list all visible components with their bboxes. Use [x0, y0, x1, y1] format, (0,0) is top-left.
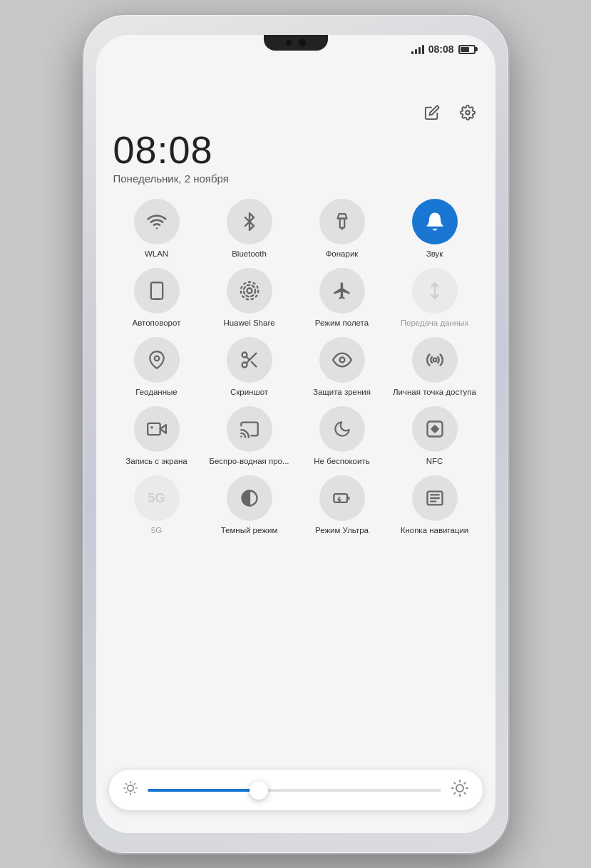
svg-rect-23 [334, 494, 347, 502]
video-icon [147, 419, 167, 439]
svg-point-5 [247, 289, 252, 294]
tile-screenshot[interactable]: Скриншот [206, 337, 293, 398]
dnd-label: Не беспокоить [314, 456, 369, 467]
ultra-mode-label: Режим Ультра [315, 525, 369, 536]
tile-huawei-share[interactable]: Huawei Share [206, 268, 293, 329]
bluetooth-label: Bluetooth [232, 249, 267, 259]
svg-point-28 [127, 785, 133, 791]
tile-wlan[interactable]: WLAN [113, 199, 200, 259]
bluetooth-icon [240, 212, 259, 231]
svg-rect-2 [339, 219, 344, 228]
geodata-label: Геоданные [135, 387, 177, 398]
svg-line-14 [246, 357, 250, 361]
wireless-proj-icon-bg [227, 406, 272, 452]
svg-point-9 [154, 356, 159, 361]
autorotate-icon-bg [134, 268, 180, 314]
battery-fill [461, 47, 470, 52]
tile-eye-protection[interactable]: Защита зрения [299, 337, 386, 398]
dnd-icon-bg [319, 406, 365, 452]
tile-dark-mode[interactable]: Темный режим [206, 475, 293, 536]
eye-icon [332, 350, 352, 370]
nav-icon [425, 488, 445, 508]
phone-shell: 08:08 [82, 14, 510, 854]
tile-ultra-mode[interactable]: Режим Ультра [299, 475, 386, 536]
gear-icon [460, 105, 476, 120]
edit-button[interactable] [421, 102, 443, 123]
tile-5g[interactable]: 5G 5G [113, 475, 200, 536]
cast-icon [240, 419, 259, 439]
autorotate-label: Автоповорот [133, 318, 181, 329]
tile-nav-button[interactable]: Кнопка навигации [391, 475, 478, 536]
svg-line-44 [454, 792, 455, 793]
screen-record-icon-bg [134, 406, 180, 452]
svg-line-40 [454, 782, 455, 783]
brightness-low-icon [123, 781, 138, 799]
svg-line-35 [125, 792, 126, 792]
tile-autorotate[interactable]: Автоповорот [113, 268, 200, 329]
svg-rect-4 [150, 283, 162, 299]
tile-sound[interactable]: Звук [391, 199, 478, 259]
svg-point-19 [150, 426, 153, 429]
brightness-high-icon [451, 780, 468, 800]
brightness-thumb[interactable] [250, 781, 268, 800]
time-display: 08:08 Понедельник, 2 ноября [113, 129, 478, 185]
nav-button-icon-bg [412, 475, 458, 521]
tile-screen-record[interactable]: Запись с экрана [113, 406, 200, 467]
svg-line-36 [134, 784, 135, 785]
brightness-bar [109, 770, 483, 810]
selfie-camera [299, 39, 306, 46]
svg-line-45 [464, 782, 465, 783]
tile-dnd[interactable]: Не беспокоить [299, 406, 386, 467]
5g-text: 5G [148, 491, 165, 506]
signal-icon [411, 44, 424, 54]
huawei-share-label: Huawei Share [223, 318, 274, 329]
scissors-icon [240, 350, 259, 370]
bell-icon [425, 212, 445, 232]
svg-point-1 [155, 228, 157, 229]
tile-data-transfer[interactable]: Передача данных [391, 268, 478, 329]
svg-point-37 [456, 785, 463, 792]
ultra-mode-icon-bg [319, 475, 365, 521]
wlan-label: WLAN [145, 249, 168, 259]
transfer-icon [425, 281, 445, 301]
5g-label: 5G [151, 525, 162, 536]
svg-line-41 [464, 792, 465, 793]
screenshot-label: Скриншот [230, 387, 268, 398]
settings-button[interactable] [457, 102, 478, 123]
phone-screen: 08:08 [96, 35, 495, 833]
tile-flashlight[interactable]: Фонарик [299, 199, 386, 259]
edit-icon [424, 105, 440, 120]
battery-icon [458, 45, 476, 54]
bluetooth-icon-bg [227, 199, 272, 244]
brightness-track[interactable] [148, 789, 441, 792]
airplane-icon-bg [319, 268, 365, 314]
top-actions [113, 102, 478, 123]
svg-rect-18 [148, 423, 160, 435]
front-camera [286, 40, 292, 46]
data-transfer-icon-bg [412, 268, 458, 314]
hotspot-icon-bg [412, 337, 458, 383]
hotspot-label: Личная точка доступа [393, 387, 476, 398]
flashlight-label: Фонарик [326, 249, 359, 259]
svg-point-16 [433, 358, 436, 362]
sound-label: Звук [426, 249, 443, 259]
airplane-label: Режим полета [315, 318, 369, 329]
svg-line-32 [134, 792, 135, 792]
status-right: 08:08 [411, 43, 476, 55]
tile-nfc[interactable]: NFC [391, 406, 478, 467]
brightness-fill [148, 789, 259, 792]
svg-marker-17 [160, 425, 165, 433]
tile-geodata[interactable]: Геоданные [113, 337, 200, 398]
clock-date: Понедельник, 2 ноября [113, 172, 478, 185]
sound-icon-bg [412, 199, 458, 244]
tile-hotspot[interactable]: Личная точка доступа [391, 337, 478, 398]
wlan-icon-bg [134, 199, 180, 244]
location-icon [148, 351, 166, 369]
svg-point-6 [243, 285, 255, 296]
huawei-share-icon-bg [227, 268, 272, 314]
tile-wireless-proj[interactable]: Беспро-водная про... [206, 406, 293, 467]
tile-bluetooth[interactable]: Bluetooth [206, 199, 293, 259]
tile-airplane[interactable]: Режим полета [299, 268, 386, 329]
svg-line-31 [125, 784, 126, 785]
flashlight-icon [333, 212, 351, 231]
